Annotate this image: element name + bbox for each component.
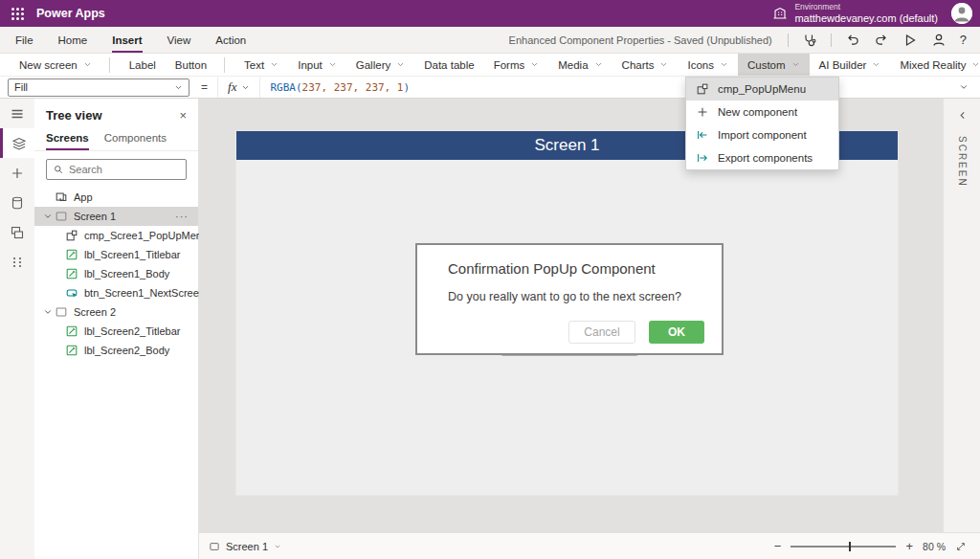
app-checker-icon[interactable] — [802, 33, 817, 48]
undo-icon[interactable] — [845, 33, 860, 48]
confirmation-popup-dialog[interactable]: Confirmation PopUp Component Do you real… — [415, 243, 724, 355]
ribbon-item[interactable]: Input — [288, 54, 346, 76]
ribbon-item[interactable]: AI Builder — [810, 54, 891, 76]
nav-advanced-tools-icon[interactable] — [0, 247, 34, 277]
tree-item-icon — [55, 305, 68, 319]
ribbon-item[interactable]: Media — [548, 54, 612, 76]
tree-row[interactable]: btn_Screen1_NextScreen — [34, 283, 198, 302]
ribbon-item[interactable]: Custom — [738, 54, 810, 76]
tree-row[interactable]: lbl_Screen2_Body — [34, 341, 198, 360]
expand-panel-chevron-icon[interactable] — [957, 110, 968, 121]
ribbon-item[interactable]: Mixed Reality — [890, 54, 980, 76]
ribbon-item[interactable]: Gallery — [346, 54, 414, 76]
search-input[interactable] — [69, 164, 180, 175]
right-panel-label: SCREEN — [957, 136, 968, 188]
tree-row[interactable]: Screen 1 ··· — [34, 207, 198, 226]
menu-item[interactable]: Action — [215, 27, 246, 53]
tree-item-label: lbl_Screen1_Titlebar — [84, 249, 180, 260]
equals-sign: = — [201, 80, 208, 94]
tree-tab[interactable]: Screens — [46, 132, 89, 150]
ribbon-item[interactable]: Icons — [678, 54, 738, 76]
play-preview-icon[interactable] — [902, 33, 918, 48]
app-header: Power Apps Environment matthewdevaney.co… — [0, 0, 980, 27]
formula-input[interactable]: RGBA(237, 237, 237, 1) — [270, 81, 410, 94]
environment-name: matthewdevaney.com (default) — [794, 12, 938, 25]
chevron-down-icon — [274, 543, 281, 550]
waffle-menu-icon[interactable] — [0, 0, 34, 27]
tree-search-box — [46, 159, 187, 180]
zoom-in-button[interactable]: + — [905, 539, 913, 553]
zoom-slider-handle[interactable] — [849, 542, 851, 551]
ribbon-item[interactable]: Charts — [612, 54, 679, 76]
left-nav-rail — [0, 99, 34, 559]
tree-row[interactable]: lbl_Screen1_Body — [34, 264, 198, 283]
tree-expand-chevron-icon[interactable] — [40, 212, 55, 221]
redo-icon[interactable] — [874, 33, 889, 48]
ok-button[interactable]: OK — [649, 321, 704, 344]
screen-selector[interactable]: Screen 1 — [209, 541, 281, 552]
custom-menu-item[interactable]: cmp_PopUpMenu — [686, 78, 838, 101]
ribbon-item[interactable]: Text — [234, 54, 288, 76]
formula-bar-expand-icon[interactable] — [959, 82, 969, 92]
tree-item-icon — [65, 229, 78, 242]
fit-to-window-icon[interactable] — [955, 541, 967, 552]
ribbon-item[interactable]: Button — [166, 54, 234, 76]
right-properties-panel-collapsed[interactable]: SCREEN — [943, 99, 980, 532]
menu-item[interactable]: Home — [58, 27, 88, 53]
tree-row[interactable]: lbl_Screen2_Titlebar — [34, 322, 198, 341]
zoom-out-button[interactable]: − — [774, 539, 782, 553]
custom-menu-item[interactable]: New component — [686, 101, 838, 123]
chevron-down-icon — [396, 60, 405, 69]
tree-item-icon — [65, 248, 78, 261]
tree-tab[interactable]: Components — [104, 132, 167, 150]
chevron-down-icon — [594, 60, 603, 69]
nav-media-icon[interactable] — [0, 217, 34, 247]
app-title: Power Apps — [36, 7, 105, 20]
zoom-controls: − + 80 % — [774, 539, 967, 553]
menu-item[interactable]: Insert — [112, 27, 142, 53]
tree-item-icon — [65, 267, 78, 280]
menu-item-icon — [696, 105, 709, 119]
share-person-icon[interactable] — [931, 33, 947, 48]
cancel-button[interactable]: Cancel — [568, 321, 635, 344]
nav-data-icon[interactable] — [0, 188, 34, 217]
menu-item[interactable]: View — [167, 27, 191, 53]
status-bar: Screen 1 − + 80 % — [199, 532, 980, 559]
tree-item-label: Screen 2 — [74, 306, 116, 318]
divider — [831, 34, 832, 47]
tree-row[interactable]: cmp_Scree1_PopUpMenu — [34, 226, 198, 245]
custom-menu-item[interactable]: Export components — [686, 146, 838, 169]
ribbon-item[interactable]: Data table — [414, 54, 483, 76]
zoom-unit: % — [937, 541, 946, 552]
tree-row[interactable]: lbl_Screen1_Titlebar — [34, 245, 198, 264]
zoom-value: 80 — [923, 541, 934, 552]
ribbon-item[interactable]: Label — [120, 54, 166, 76]
property-selector[interactable]: Fill — [8, 78, 189, 97]
formula-function: RGBA( — [270, 81, 301, 94]
menu-items: FileHomeInsertViewAction — [0, 27, 246, 53]
menu-item[interactable]: File — [15, 27, 33, 53]
nav-tree-view-icon[interactable] — [0, 128, 34, 158]
tree-item-icon — [65, 286, 78, 300]
zoom-slider[interactable] — [791, 546, 896, 548]
help-icon[interactable]: ? — [960, 33, 967, 47]
custom-menu-item[interactable]: Import component — [686, 123, 838, 146]
chevron-down-icon — [83, 60, 92, 69]
tree-item-label: btn_Screen1_NextScreen — [84, 287, 205, 299]
nav-hamburger-icon[interactable] — [0, 99, 34, 128]
nav-insert-icon[interactable] — [0, 158, 34, 188]
tree-view-title: Tree view — [46, 108, 102, 123]
tree-row[interactable]: App — [34, 188, 198, 207]
tree-expand-chevron-icon[interactable] — [40, 307, 55, 317]
chevron-down-icon — [720, 60, 728, 69]
ribbon-item[interactable]: Forms — [484, 54, 549, 76]
environment-selector[interactable]: Environment matthewdevaney.com (default) — [772, 3, 938, 24]
dialog-body-text: Do you really want to go to the next scr… — [448, 290, 704, 303]
tree-row[interactable]: Screen 2 — [34, 302, 198, 322]
tree-row-more-icon[interactable]: ··· — [175, 211, 198, 222]
fx-selector[interactable]: fx — [217, 77, 260, 98]
close-icon[interactable]: × — [179, 108, 187, 123]
avatar[interactable] — [951, 3, 972, 24]
ribbon-item[interactable]: New screen — [10, 54, 120, 76]
custom-dropdown-menu: cmp_PopUpMenu New component Import compo… — [685, 77, 839, 170]
